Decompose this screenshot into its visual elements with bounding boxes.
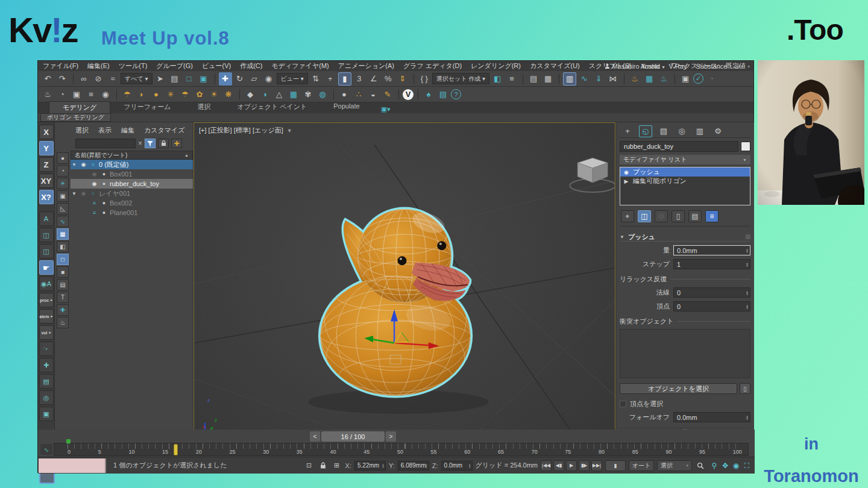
- toolbar-icon[interactable]: [70, 74, 74, 84]
- toolbar-icon[interactable]: ≡: [505, 72, 518, 86]
- auto-key-button[interactable]: オート: [629, 460, 654, 471]
- display-filter-icon[interactable]: ◧: [57, 241, 69, 252]
- toolbar-icon[interactable]: [621, 74, 624, 84]
- explorer-row[interactable]: ≡ ● Box002: [71, 198, 193, 208]
- time-slider[interactable]: 0510152025303540455055606570758085909510…: [54, 443, 749, 456]
- docked-tool-button[interactable]: ◎: [39, 390, 54, 405]
- toolbar-icon[interactable]: ↶: [41, 72, 54, 86]
- toolbar-icon[interactable]: ∿: [577, 72, 591, 86]
- explorer-search-input[interactable]: [75, 139, 136, 148]
- toolbar-icon[interactable]: ●: [149, 88, 163, 101]
- set-key-button[interactable]: ▮: [605, 460, 626, 471]
- user-account-menu[interactable]: Masahiro Yoshic ▾: [605, 63, 664, 70]
- toolbar-icon[interactable]: ▱: [248, 72, 261, 86]
- explorer-menu-item[interactable]: 選択: [75, 126, 89, 135]
- axis-constraint-button[interactable]: X?: [39, 190, 54, 204]
- visibility-icon[interactable]: ≡: [90, 210, 98, 216]
- menu-item[interactable]: レンダリング(R): [471, 61, 521, 70]
- normals-spinner[interactable]: 0 ▲▼: [673, 287, 750, 298]
- spinner-arrows-icon[interactable]: ▲▼: [746, 288, 749, 297]
- explorer-menu-item[interactable]: 表示: [98, 126, 112, 135]
- playback-button[interactable]: ▶: [566, 460, 577, 471]
- toolbar-icon[interactable]: [671, 74, 675, 84]
- viewport-nav-icon[interactable]: ✥: [720, 460, 731, 471]
- toolbar-icon[interactable]: ▣: [197, 72, 210, 86]
- menu-item[interactable]: 編集(E): [87, 61, 110, 70]
- toolbar-icon[interactable]: ◆: [244, 88, 257, 101]
- spinner-arrows-icon[interactable]: ▲▼: [746, 302, 749, 311]
- menu-item[interactable]: アニメーション(A): [338, 61, 394, 70]
- toolbar-icon[interactable]: ≡: [84, 88, 98, 101]
- axis-constraint-button[interactable]: Z: [39, 157, 54, 172]
- toolbar-icon[interactable]: [113, 89, 117, 100]
- docked-tool-button[interactable]: proc +: [39, 293, 54, 307]
- stack-tool-button[interactable]: ▤: [688, 210, 702, 222]
- toolbar-icon[interactable]: ♨: [41, 88, 54, 101]
- toolbar-icon[interactable]: ▣: [679, 72, 692, 86]
- docked-tool-button[interactable]: ◫: [39, 244, 54, 258]
- ribbon-menu-icon[interactable]: ▣▾: [376, 105, 396, 113]
- toolbar-icon[interactable]: ⇓: [592, 72, 605, 86]
- toolbar-icon[interactable]: △: [272, 88, 286, 101]
- display-filter-icon[interactable]: ∿: [57, 216, 69, 227]
- stack-tool-button[interactable]: ⊙: [655, 210, 668, 222]
- viewport-label[interactable]: [+] [正投影] [標準] [エッジ面] ▼: [199, 126, 292, 135]
- isolate-selection-icon[interactable]: ⊡: [304, 460, 315, 471]
- explorer-menu-item[interactable]: 編集: [121, 126, 134, 135]
- toolbar-icon[interactable]: ?: [451, 89, 461, 99]
- toolbar-icon[interactable]: ▦: [643, 72, 656, 86]
- toolbar-icon[interactable]: ➤: [154, 72, 167, 86]
- toolbar-icon[interactable]: ∞: [77, 72, 90, 86]
- ribbon-tab[interactable]: フリーフォーム: [110, 101, 184, 113]
- stack-tool-button[interactable]: ⌖: [621, 210, 634, 222]
- toolbar-icon[interactable]: [212, 74, 215, 84]
- toolbar-icon[interactable]: ∴: [352, 88, 365, 101]
- falloff-spinner[interactable]: 0.0mm ▲▼: [673, 412, 750, 422]
- docked-tool-button[interactable]: vol +: [39, 325, 54, 340]
- clear-search-icon[interactable]: ×: [138, 139, 142, 148]
- display-filter-icon[interactable]: ■: [57, 266, 69, 278]
- toolbar-icon[interactable]: ◗: [135, 88, 148, 101]
- display-filter-icon[interactable]: □: [57, 254, 69, 265]
- zoom-icon[interactable]: [695, 460, 706, 471]
- command-panel-tab[interactable]: ▥: [693, 125, 706, 137]
- toolbar-icon[interactable]: ▣: [70, 88, 83, 101]
- menu-item[interactable]: グループ(G): [156, 61, 193, 70]
- toolbar-icon[interactable]: ≈: [106, 72, 119, 86]
- keyframe-marker[interactable]: [66, 439, 71, 443]
- modifier-visibility-icon[interactable]: ◉: [623, 169, 630, 175]
- docked-tool-button[interactable]: alem +: [39, 309, 54, 324]
- z-coord-field[interactable]: 0.0mm▲▼: [441, 461, 473, 471]
- docked-tool-button[interactable]: ☞: [39, 342, 54, 356]
- explorer-menu-item[interactable]: カスタマイズ: [144, 126, 185, 135]
- y-coord-field[interactable]: 6.089mm▲▼: [398, 461, 429, 471]
- collision-objects-list[interactable]: [620, 329, 750, 378]
- display-filter-icon[interactable]: ▦: [57, 228, 69, 240]
- toolbar-icon[interactable]: ●: [338, 88, 351, 101]
- docked-tool-button[interactable]: ▤: [39, 374, 54, 389]
- docked-tool-button[interactable]: ◫: [39, 228, 54, 242]
- expand-arrow-icon[interactable]: ▼: [72, 191, 78, 196]
- explorer-row[interactable]: ◉ ● Box001: [71, 169, 193, 179]
- toolbar-icon[interactable]: [520, 74, 523, 84]
- toolbar-icon[interactable]: ∠: [367, 72, 380, 86]
- visibility-icon[interactable]: ≡: [90, 200, 98, 206]
- command-panel-tab[interactable]: ◎: [675, 125, 688, 137]
- display-filter-icon[interactable]: ●: [57, 152, 69, 164]
- visibility-icon[interactable]: ◉: [80, 161, 87, 167]
- explorer-row[interactable]: ▼ ◉ ≡ レイヤ001: [71, 189, 193, 198]
- toolbar-icon[interactable]: ▤: [168, 72, 181, 86]
- viewport-nav-icon[interactable]: ⛶: [741, 460, 752, 471]
- toolbar-icon[interactable]: { }: [418, 72, 431, 86]
- docked-tool-button[interactable]: ✚: [39, 358, 54, 372]
- track-curve-icon[interactable]: ∿: [40, 444, 52, 455]
- toolbar-icon[interactable]: ◉: [99, 88, 112, 101]
- toolbar-icon[interactable]: [395, 89, 399, 100]
- toolbar-icon[interactable]: ✎: [381, 88, 394, 101]
- toolbar-icon[interactable]: ☂: [121, 88, 134, 101]
- toolbar-icon[interactable]: ☂: [178, 88, 192, 101]
- menu-item[interactable]: 作成(C): [240, 61, 262, 70]
- toolbar-icon[interactable]: ✾: [301, 88, 315, 101]
- toolbar-icon[interactable]: ▥: [563, 72, 576, 86]
- docked-tool-button[interactable]: ▣: [39, 407, 54, 421]
